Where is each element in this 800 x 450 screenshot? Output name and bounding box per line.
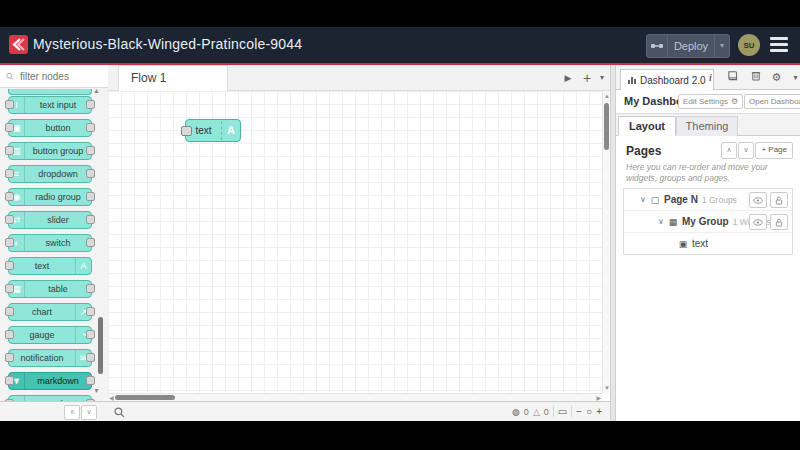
deploy-icon xyxy=(647,35,668,57)
eye-icon xyxy=(753,197,763,204)
sidebar: Dashboard 2.0 i ⚙ xyxy=(616,65,800,421)
canvas-vertical-scrollbar[interactable]: ▲ ▼ xyxy=(602,91,610,393)
lock-button[interactable] xyxy=(770,214,788,230)
lock-button[interactable] xyxy=(770,192,788,208)
move-up-button[interactable]: ∧ xyxy=(721,142,737,159)
eye-icon xyxy=(753,219,763,226)
dashboard-bar: My Dashboard Edit Settings ⚙ Open Dashbo… xyxy=(616,90,800,114)
tab-layout[interactable]: Layout xyxy=(618,116,676,136)
deploy-label: Deploy xyxy=(668,40,714,52)
search-flows-button[interactable] xyxy=(112,405,127,419)
text-icon: A xyxy=(75,258,91,274)
palette-node-table[interactable]: ▦ table xyxy=(8,280,92,298)
canvas-status-controls: ◍ 0 △ 0 ▭ − ○ + xyxy=(512,402,602,421)
palette-node-button[interactable]: ▣ button xyxy=(8,119,92,137)
letterbox-bottom xyxy=(0,421,800,450)
tree-row-page[interactable]: ∨ ▢ Page N 1 Groups xyxy=(624,189,792,211)
palette-scroll-down-icon[interactable]: ▼ xyxy=(93,387,100,394)
node-red-logo-icon xyxy=(9,35,28,54)
zoom-out-icon[interactable]: − xyxy=(576,402,582,421)
pages-tree: ∨ ▢ Page N 1 Groups xyxy=(623,188,793,255)
debug-tab-button[interactable] xyxy=(747,69,764,86)
info-icon: i xyxy=(709,72,712,83)
tree-row-widget[interactable]: ▣ text xyxy=(624,233,792,254)
error-count: 0 xyxy=(524,407,529,417)
pages-heading: Pages xyxy=(626,144,661,158)
editor-footer: ∧ ∨ ◍ 0 △ 0 ▭ − ○ + xyxy=(0,401,610,421)
palette-node-dropdown[interactable]: ≡ dropdown xyxy=(8,165,92,183)
palette-scrollbar[interactable] xyxy=(98,317,103,374)
palette-node-switch[interactable]: ◐ switch xyxy=(8,234,92,252)
chevron-down-icon: ▾ xyxy=(793,73,797,82)
layout-panel: Pages ∧ ∨ + Page Here you can re-order a… xyxy=(616,136,800,421)
tab-theming[interactable]: Theming xyxy=(676,116,738,136)
deploy-options-chevron-icon[interactable]: ▾ xyxy=(714,35,729,57)
instance-title: Mysterious-Black-Winged-Pratincole-9044 xyxy=(33,36,302,52)
palette-node-markdown[interactable]: ▼ markdown xyxy=(8,372,92,390)
node-red-editor: Mysterious-Black-Winged-Pratincole-9044 … xyxy=(0,27,800,421)
layout-theming-tabs: Layout Theming xyxy=(616,114,800,136)
palette-search xyxy=(0,65,108,88)
palette-node-partial-top[interactable] xyxy=(8,89,92,95)
info-tab-button[interactable]: i xyxy=(702,69,719,86)
palette-node-slider[interactable]: ⇄ slider xyxy=(8,211,92,229)
palette-node-chart[interactable]: ↗ chart xyxy=(8,303,92,321)
image-icon: ▣ xyxy=(676,239,690,249)
zoom-reset-icon[interactable]: ○ xyxy=(586,402,592,421)
search-icon xyxy=(114,407,125,418)
add-flow-icon[interactable]: + xyxy=(578,65,596,91)
gear-icon: ⚙ xyxy=(731,97,738,106)
palette-node-text-input[interactable]: I text input xyxy=(8,96,92,114)
node-input-port[interactable] xyxy=(181,126,192,136)
lock-icon xyxy=(775,218,783,227)
hamburger-icon xyxy=(770,37,788,40)
visibility-button[interactable] xyxy=(749,192,767,208)
chevron-up-icon: ∧ xyxy=(69,408,74,415)
user-avatar[interactable]: SU xyxy=(738,34,760,56)
filter-nodes-input[interactable] xyxy=(18,70,102,83)
tree-row-group[interactable]: ∨ ▦ My Group 1 Widgets xyxy=(624,211,792,233)
expand-categories-button[interactable]: ∨ xyxy=(81,405,97,420)
move-down-button[interactable]: ∨ xyxy=(738,142,754,159)
edit-settings-button[interactable]: Edit Settings ⚙ xyxy=(678,94,743,109)
collapse-categories-button[interactable]: ∧ xyxy=(64,405,80,420)
flow-tab[interactable]: Flow 1 xyxy=(118,65,228,91)
palette-scroll-up-icon[interactable]: ▲ xyxy=(93,87,100,94)
config-tab-button[interactable]: ⚙ xyxy=(768,69,785,86)
palette-node-button-group[interactable]: ▥ button group xyxy=(8,142,92,160)
bar-chart-icon xyxy=(628,77,636,84)
palette-node-radio-group[interactable]: ◉ radio group xyxy=(8,188,92,206)
main-menu-button[interactable] xyxy=(770,37,788,52)
palette-node-notification[interactable]: ✉ notification xyxy=(8,349,92,367)
open-dashboard-button[interactable]: Open Dashboard ↗ xyxy=(744,94,800,109)
warning-icon[interactable]: △ xyxy=(533,407,540,417)
workspace: Flow 1 ▶ + ▾ A text ▲ ▼ ◀ ▶ xyxy=(108,65,610,401)
zoom-in-icon[interactable]: + xyxy=(596,402,602,421)
sidebar-menu-button[interactable]: ▾ xyxy=(787,69,800,86)
deploy-button[interactable]: Deploy ▾ xyxy=(646,34,730,58)
flow-canvas[interactable]: A text xyxy=(108,91,602,393)
flow-menu-chevron-icon[interactable]: ▾ xyxy=(596,65,608,91)
group-icon: ▦ xyxy=(666,217,680,227)
flow-list-arrow-icon[interactable]: ▶ xyxy=(560,65,576,91)
add-page-button[interactable]: + Page xyxy=(755,142,793,159)
lock-icon xyxy=(775,196,783,205)
collapse-chevron-icon[interactable]: ∨ xyxy=(638,195,648,204)
sidebar-tab-dashboard[interactable]: Dashboard 2.0 xyxy=(620,69,714,91)
error-icon[interactable]: ◍ xyxy=(512,407,520,417)
collapse-chevron-icon[interactable]: ∨ xyxy=(656,217,666,226)
page-icon: ▢ xyxy=(648,195,662,205)
text-node-icon: A xyxy=(221,121,240,140)
palette-node-gauge[interactable]: ◔ gauge xyxy=(8,326,92,344)
sidebar-header: Dashboard 2.0 i ⚙ xyxy=(616,65,800,90)
palette-node-text[interactable]: A text xyxy=(8,257,92,275)
canvas-node-text[interactable]: A text xyxy=(185,119,241,142)
canvas-horizontal-scrollbar[interactable]: ◀ ▶ xyxy=(108,393,602,401)
letterbox-top xyxy=(0,0,800,27)
visibility-button[interactable] xyxy=(749,214,767,230)
vertical-scroll-thumb[interactable] xyxy=(604,103,609,150)
horizontal-scroll-thumb[interactable] xyxy=(115,395,175,400)
help-tab-button[interactable] xyxy=(724,69,741,86)
navigator-icon[interactable]: ▭ xyxy=(558,402,567,421)
book-icon xyxy=(727,70,738,81)
